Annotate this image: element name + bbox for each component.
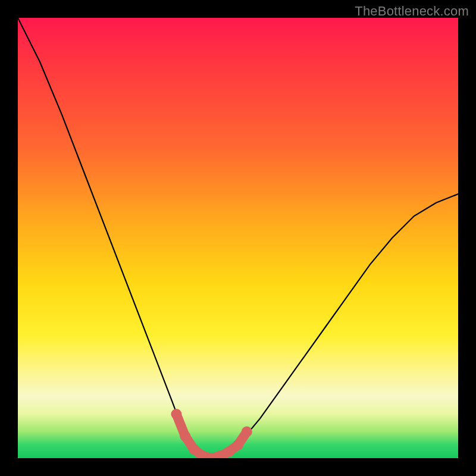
valley-dot — [233, 440, 243, 450]
valley-dot — [189, 444, 199, 455]
valley-dot — [180, 431, 190, 441]
chart-frame: TheBottleneck.com — [0, 0, 476, 476]
valley-dot — [224, 446, 234, 457]
valley-dot — [242, 427, 252, 437]
valley-dot — [171, 409, 181, 419]
chart-svg — [18, 18, 458, 458]
watermark-text: TheBottleneck.com — [355, 4, 469, 19]
chart-plot-area — [18, 18, 458, 458]
bottleneck-curve — [18, 18, 458, 458]
